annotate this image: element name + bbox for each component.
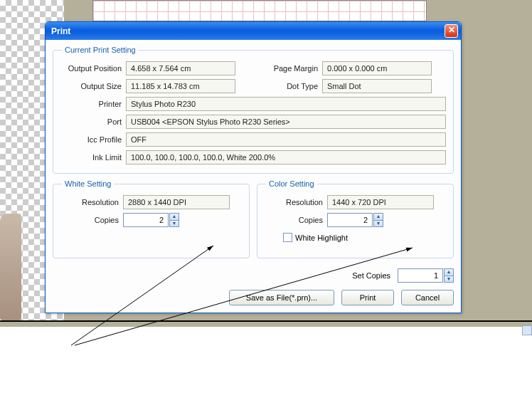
dialog-body: Current Print Setting Output Position 4.…	[46, 40, 461, 313]
white-highlight-label: White Highlight	[295, 234, 348, 242]
page-margin-label: Page Margin	[264, 64, 318, 73]
spinner-down-icon[interactable]: ▼	[169, 220, 179, 227]
app-background	[0, 327, 532, 398]
close-icon[interactable]: ✕	[445, 24, 458, 38]
scrollbar-corner[interactable]	[522, 325, 532, 335]
color-setting-group: Color Setting Resolution 1440 x 720 DPI …	[257, 179, 454, 258]
color-copies-spinner[interactable]: ▲ ▼	[373, 213, 383, 227]
current-print-setting-group: Current Print Setting Output Position 4.…	[53, 46, 454, 174]
icc-profile-label: Icc Profile	[60, 135, 122, 144]
white-copies-label: Copies	[60, 216, 119, 224]
ink-limit-value: 100.0, 100.0, 100.0, 100.0, White 200.0%	[126, 150, 446, 164]
spinner-up-icon[interactable]: ▲	[373, 213, 383, 220]
dot-type-value: Small Dot	[322, 79, 432, 93]
port-label: Port	[60, 117, 122, 126]
printer-label: Printer	[60, 100, 122, 108]
spinner-down-icon[interactable]: ▼	[444, 276, 454, 283]
image-preview	[0, 214, 21, 320]
spinner-up-icon[interactable]: ▲	[169, 213, 179, 220]
set-copies-spinner[interactable]: ▲ ▼	[444, 268, 454, 283]
color-setting-legend: Color Setting	[266, 179, 317, 188]
white-setting-group: White Setting Resolution 2880 x 1440 DPI…	[53, 179, 250, 258]
spinner-down-icon[interactable]: ▼	[373, 220, 383, 227]
layout-grid-preview	[92, 0, 427, 21]
color-copies-input[interactable]	[327, 213, 373, 227]
white-resolution-value: 2880 x 1440 DPI	[123, 195, 230, 209]
printer-value: Stylus Photo R230	[126, 97, 446, 111]
white-highlight-checkbox[interactable]	[283, 233, 292, 242]
output-position-label: Output Position	[60, 64, 122, 73]
color-resolution-value: 1440 x 720 DPI	[327, 195, 434, 209]
white-setting-legend: White Setting	[62, 179, 114, 188]
current-print-setting-legend: Current Print Setting	[62, 46, 139, 54]
set-copies-label: Set Copies	[352, 271, 390, 280]
color-resolution-label: Resolution	[265, 198, 323, 206]
dialog-titlebar[interactable]: Print ✕	[46, 22, 461, 40]
panel-divider	[0, 320, 532, 322]
output-size-label: Output Size	[60, 82, 122, 90]
page-margin-value: 0.000 x 0.000 cm	[322, 61, 432, 75]
cancel-button[interactable]: Cancel	[401, 290, 454, 305]
icc-profile-value: OFF	[126, 132, 446, 147]
save-as-file-button[interactable]: Save as File(*.prn)...	[229, 290, 334, 305]
white-resolution-label: Resolution	[60, 198, 119, 206]
print-dialog: Print ✕ Current Print Setting Output Pos…	[45, 21, 462, 313]
spinner-up-icon[interactable]: ▲	[444, 268, 454, 276]
dialog-title: Print	[51, 26, 445, 36]
color-copies-label: Copies	[265, 216, 323, 224]
print-button[interactable]: Print	[341, 290, 394, 305]
output-size-value: 11.185 x 14.783 cm	[126, 79, 235, 93]
white-copies-spinner[interactable]: ▲ ▼	[169, 213, 179, 227]
ink-limit-label: Ink Limit	[60, 153, 122, 162]
set-copies-input[interactable]	[398, 268, 443, 283]
port-value: USB004 <EPSON Stylus Photo R230 Series>	[126, 115, 446, 129]
output-position-value: 4.658 x 7.564 cm	[126, 61, 235, 75]
dot-type-label: Dot Type	[264, 82, 318, 90]
white-copies-input[interactable]	[123, 213, 169, 227]
